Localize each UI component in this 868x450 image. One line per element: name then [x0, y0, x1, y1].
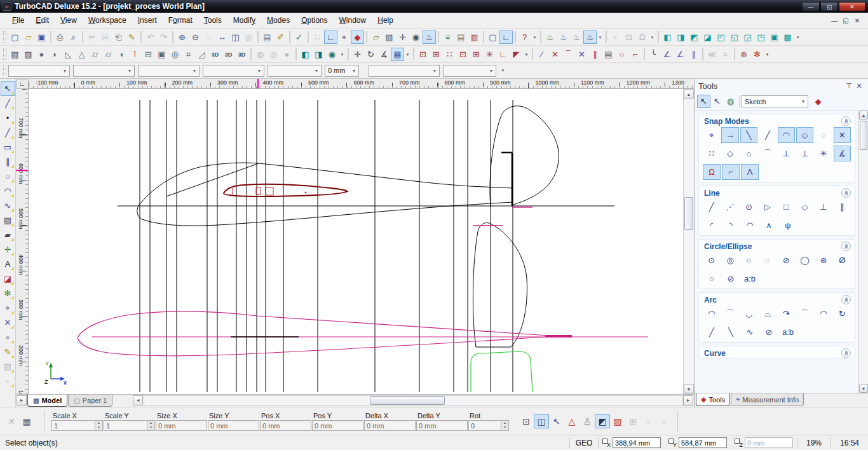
zoom-page-button[interactable]: ◫: [229, 31, 242, 44]
parallel-line-tool[interactable]: ∥: [834, 199, 851, 215]
boolean-union-disabled[interactable]: ◍: [254, 48, 267, 61]
boolean-union-button[interactable]: ◧: [299, 48, 312, 61]
rectangle-tool[interactable]: ▭: [1, 140, 15, 154]
view-cube-back-button[interactable]: ◨: [674, 31, 688, 44]
coordinate-system-button[interactable]: ∟: [499, 31, 513, 44]
property-dropdown[interactable]: ▾: [443, 65, 496, 77]
toolbar-overflow[interactable]: ▾: [531, 31, 538, 44]
chevron-down-icon[interactable]: ▾: [255, 68, 264, 74]
palette-scrollbar[interactable]: ▲ ▼: [858, 111, 868, 393]
collapse-section-button[interactable]: ≪: [841, 242, 851, 251]
cancel-selection-button[interactable]: ✕: [4, 414, 19, 428]
edit-polyline-button[interactable]: ⌐: [628, 48, 642, 61]
line-single-tool[interactable]: ╱: [703, 199, 720, 215]
hatch-pattern-button[interactable]: ▦: [391, 48, 404, 61]
scroll-right-button[interactable]: ▸: [683, 395, 693, 406]
view-3d-button[interactable]: ▧: [383, 31, 396, 44]
snap-free[interactable]: ⌖: [703, 127, 720, 143]
view-cube-front-button[interactable]: ◧: [661, 31, 674, 44]
select-tool[interactable]: ↖: [1, 81, 15, 96]
chevron-down-icon[interactable]: ▾: [190, 68, 199, 74]
circle-concentric-tool[interactable]: ◎: [721, 252, 738, 268]
snap-perpendicular-face[interactable]: ⊥: [796, 146, 813, 161]
degrade-warning-button[interactable]: △: [564, 414, 580, 428]
ruler-origin-button[interactable]: ∟: [16, 79, 29, 89]
assemble-tool[interactable]: ✛: [1, 242, 15, 257]
arc-tangent-line-tool[interactable]: ╱: [703, 324, 721, 340]
prism-tool[interactable]: △: [75, 48, 88, 61]
rudder-hinge-line[interactable]: [501, 153, 512, 206]
chevron-down-icon[interactable]: ▾: [60, 68, 69, 74]
nose-cap[interactable]: [137, 203, 141, 219]
rotated-cylinder-tool[interactable]: ⌭: [102, 48, 115, 61]
snap-perpendicular[interactable]: ⊥: [778, 146, 795, 161]
collapse-section-button[interactable]: ≪: [841, 188, 851, 198]
spline-3d-tool[interactable]: 3D: [222, 48, 235, 61]
ucs-angle-button[interactable]: ∡: [377, 48, 391, 61]
chevron-down-icon[interactable]: ▾: [799, 99, 808, 104]
arc-spline-tool[interactable]: ∿: [741, 324, 759, 340]
inspector-field-input[interactable]: [364, 420, 416, 431]
mesh-tool[interactable]: ⌗: [182, 48, 195, 61]
view-cube-overflow[interactable]: ▾: [794, 31, 801, 44]
arc-concentric-tool[interactable]: ⌒: [721, 306, 738, 322]
pen-edit-tool[interactable]: ✎: [1, 344, 15, 359]
camera-button[interactable]: ◉: [409, 31, 423, 44]
spline-tool[interactable]: ∿: [1, 198, 15, 213]
coordinate-input[interactable]: [679, 437, 727, 448]
lights-button[interactable]: ▥: [468, 31, 481, 44]
palette-tab[interactable]: ⌖ Measurement Info: [731, 393, 804, 406]
boolean-intersect-disabled[interactable]: ●: [280, 48, 294, 61]
circle-tangent-point-tool[interactable]: Ø: [834, 252, 851, 268]
mdi-minimize-button[interactable]: —: [829, 17, 840, 24]
menu-item[interactable]: Workspace: [83, 14, 132, 27]
property-dropdown[interactable]: ▾: [203, 65, 264, 77]
bucket-fill-button[interactable]: ◆: [811, 95, 825, 108]
boolean-overflow[interactable]: ▾: [339, 48, 346, 61]
menu-item[interactable]: Tools: [198, 14, 227, 27]
scroll-left-button[interactable]: ◂: [133, 395, 143, 406]
pan-button[interactable]: ✛: [396, 31, 409, 44]
circle-tangent-3-tool[interactable]: ⊛: [815, 252, 832, 268]
property-dropdown[interactable]: ▾: [138, 65, 200, 77]
snap-divide[interactable]: Λ: [741, 164, 759, 180]
helix-3d-tool[interactable]: 3D: [235, 48, 248, 61]
horizontal-ruler[interactable]: -100 mm0 mm100 mm200 mm300 mm400 mm500 m…: [29, 79, 694, 89]
snap-face[interactable]: ⌂: [740, 146, 757, 161]
chevron-down-icon[interactable]: ▾: [125, 68, 134, 74]
copy-button[interactable]: ⎘: [98, 31, 112, 44]
panel-select-tool[interactable]: ↖: [697, 95, 710, 108]
menu-item[interactable]: Modes: [261, 14, 295, 27]
arc-center-radius-tool[interactable]: ◠: [703, 306, 720, 322]
print-preview-button[interactable]: ⌕: [67, 31, 80, 44]
toggle-selection-mode-button[interactable]: ◫: [534, 414, 549, 428]
menu-item[interactable]: View: [55, 14, 83, 27]
sheet-tab[interactable]: ▢ Paper 1: [68, 395, 112, 407]
view-cube-right-button[interactable]: ◪: [701, 31, 714, 44]
boolean-subtract-button[interactable]: ◨: [312, 48, 325, 61]
collapse-section-button[interactable]: ≪: [841, 348, 851, 358]
menu-item[interactable]: File: [6, 14, 30, 27]
boolean-subtract-disabled[interactable]: ◎: [267, 48, 280, 61]
minimize-button[interactable]: —: [802, 2, 820, 11]
rotate-handles-button[interactable]: ⊡: [519, 414, 534, 428]
close-button[interactable]: ✕: [839, 2, 865, 11]
menu-item[interactable]: Edit: [30, 14, 55, 27]
edit-circle-button[interactable]: ○: [615, 48, 628, 61]
intersect-lines-button[interactable]: ✕: [575, 48, 588, 61]
modify-overflow[interactable]: ▾: [764, 48, 771, 61]
shaded-box-tool[interactable]: ▨: [22, 48, 35, 61]
lower-fin-outline[interactable]: [473, 223, 527, 348]
double-line-disabled[interactable]: ≪: [705, 48, 719, 61]
bisector-tool[interactable]: ∧: [760, 217, 778, 233]
snap-arc-center[interactable]: ◠: [778, 127, 795, 143]
snap-magnetic-aperture[interactable]: ∡: [834, 146, 851, 161]
spell-check-button[interactable]: ✓: [292, 31, 306, 44]
inspector-field-input[interactable]: [468, 420, 501, 431]
edit-group-button[interactable]: ⊡: [622, 31, 635, 44]
property-dropdown[interactable]: ▾: [268, 65, 322, 77]
snap-quadrant[interactable]: ◇: [796, 127, 813, 143]
arc-123-a-tool[interactable]: ⌒: [796, 306, 813, 322]
coordinate-input[interactable]: [613, 437, 661, 448]
menu-item[interactable]: Modify: [227, 14, 261, 27]
